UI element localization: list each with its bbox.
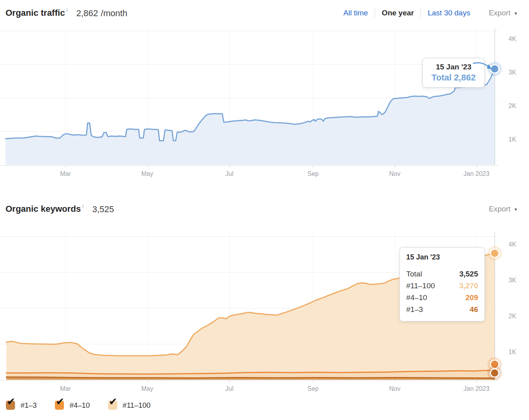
keywords-header: Organic keywords i 3,525 Export ▼ <box>6 199 518 219</box>
legend-item-4-10[interactable]: ✔ #4–10 <box>55 401 90 410</box>
tooltip-row-label: #4–10 <box>406 293 427 302</box>
info-icon: i <box>83 203 84 209</box>
x-axis-label: Jul <box>225 385 233 392</box>
checkbox-4-10[interactable]: ✔ <box>55 401 64 410</box>
traffic-title: Organic traffic <box>6 8 65 18</box>
legend-item-11-100[interactable]: ✔ #11–100 <box>108 401 151 410</box>
x-axis-label: Sep <box>308 170 319 177</box>
x-axis-label: May <box>141 170 153 177</box>
keywords-tooltip: 15 Jan '23 Total3,525#11–1003,270#4–1020… <box>400 247 485 321</box>
tooltip-total: Total 2,862 <box>423 73 484 83</box>
traffic-value-suffix: /month <box>101 8 127 18</box>
series-line-2 <box>6 377 495 378</box>
tooltip-row-label: #11–100 <box>406 282 435 290</box>
y-axis-label: 3K <box>508 277 516 284</box>
tooltip-row-label: Total <box>406 270 422 278</box>
export-button-keywords[interactable]: Export ▼ <box>489 205 518 213</box>
tab-divider <box>420 9 421 18</box>
x-axis-label: May <box>141 385 153 392</box>
keywords-title-group: Organic keywords i 3,525 <box>6 204 114 215</box>
y-axis-label: 1K <box>508 136 516 143</box>
x-axis-label: Jul <box>225 170 233 177</box>
checkmark-icon: ✔ <box>7 396 15 407</box>
traffic-value: 2,862 <box>76 8 98 18</box>
tab-all-time[interactable]: All time <box>343 9 368 17</box>
traffic-metric: 2,862/month <box>76 8 127 19</box>
export-label: Export <box>489 9 510 17</box>
checkmark-icon: ✔ <box>56 396 64 407</box>
info-icon: i <box>66 7 68 13</box>
x-axis-label: Jan 2023 <box>463 385 490 392</box>
keywords-title: Organic keywords <box>6 204 81 214</box>
keywords-controls: Export ▼ <box>477 205 518 213</box>
tooltip-row-value: 3,525 <box>459 270 478 278</box>
y-axis-label: 2K <box>508 313 516 320</box>
tooltip-row-value: 3,270 <box>459 282 478 290</box>
tab-one-year[interactable]: One year <box>382 9 414 17</box>
data-point-marker <box>491 249 499 258</box>
y-axis-label: 1K <box>508 349 516 356</box>
caret-down-icon: ▼ <box>514 11 518 16</box>
traffic-controls: All time One year Last 30 days Export ▼ <box>337 9 518 18</box>
legend-item-1-3[interactable]: ✔ #1–3 <box>6 401 37 410</box>
checkmark-icon: ✔ <box>109 396 118 407</box>
y-axis-label: 3K <box>508 69 516 76</box>
export-button-traffic[interactable]: Export ▼ <box>489 9 518 17</box>
x-axis-label: Mar <box>60 385 71 392</box>
traffic-chart-plot[interactable] <box>0 28 529 168</box>
tooltip-row: #1–346 <box>406 304 478 315</box>
y-axis-label: 4K <box>508 35 516 43</box>
tooltip-row: #4–10209 <box>406 292 478 304</box>
export-label: Export <box>489 205 510 213</box>
y-axis-label: 4K <box>508 241 516 248</box>
x-axis-label: Nov <box>389 170 400 177</box>
caret-down-icon: ▼ <box>514 207 518 212</box>
x-axis-label: Nov <box>389 385 400 392</box>
y-axis-label: 2K <box>508 103 516 110</box>
annotation-arrow-icon <box>471 60 496 73</box>
tooltip-row: Total3,525 <box>406 268 478 280</box>
tooltip-row-value: 46 <box>470 305 478 314</box>
tab-last-30-days[interactable]: Last 30 days <box>428 9 470 17</box>
tab-divider <box>375 9 375 18</box>
data-point-marker <box>491 369 499 377</box>
traffic-title-group: Organic traffic i 2,862/month <box>6 8 128 19</box>
checkbox-1-3[interactable]: ✔ <box>6 401 15 410</box>
tooltip-rows: Total3,525#11–1003,270#4–10209#1–346 <box>406 268 478 315</box>
keywords-value: 3,525 <box>92 204 114 215</box>
x-axis-label: Sep <box>308 385 319 392</box>
area-fill-0 <box>6 69 495 165</box>
x-axis-label: Mar <box>60 170 71 177</box>
tooltip-date: 15 Jan '23 <box>406 253 478 261</box>
checkbox-11-100[interactable]: ✔ <box>108 401 117 410</box>
traffic-header: Organic traffic i 2,862/month All time O… <box>6 3 518 23</box>
keywords-legend: ✔ #1–3 ✔ #4–10 ✔ #11–100 <box>6 401 169 410</box>
tooltip-row-value: 209 <box>465 293 478 302</box>
x-axis-label: Jan 2023 <box>463 170 490 177</box>
tooltip-row-label: #1–3 <box>406 305 423 314</box>
tooltip-row: #11–1003,270 <box>406 280 478 292</box>
